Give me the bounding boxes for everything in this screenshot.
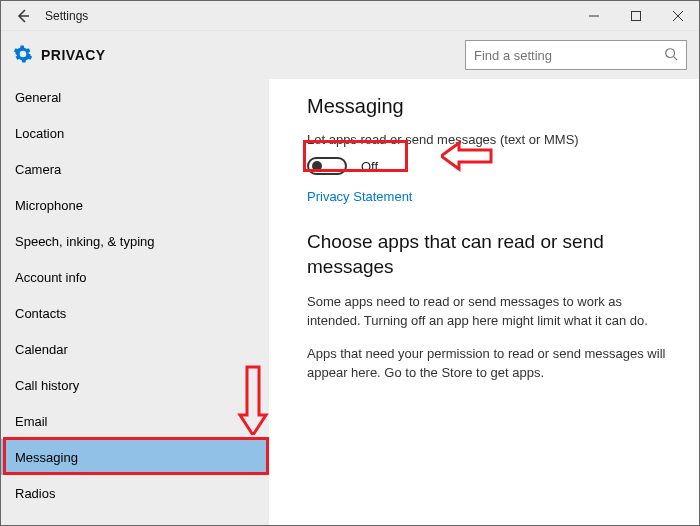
header: PRIVACY: [1, 31, 699, 79]
maximize-icon: [631, 11, 641, 21]
sidebar-item-radios[interactable]: Radios: [1, 475, 269, 511]
arrow-left-icon: [15, 8, 31, 24]
annotation-box-toggle: [303, 140, 408, 172]
sidebar-item-label: Account info: [15, 270, 87, 285]
sidebar-item-label: Speech, inking, & typing: [15, 234, 154, 249]
window-title: Settings: [45, 9, 88, 23]
sidebar-item-microphone[interactable]: Microphone: [1, 187, 269, 223]
sidebar-item-label: Contacts: [15, 306, 66, 321]
content-subheading: Choose apps that can read or send messag…: [307, 230, 671, 279]
close-button[interactable]: [657, 1, 699, 31]
content-heading: Messaging: [307, 95, 671, 118]
sidebar-item-call-history[interactable]: Call history: [1, 367, 269, 403]
sidebar-item-label: Calendar: [15, 342, 68, 357]
minimize-button[interactable]: [573, 1, 615, 31]
search-input[interactable]: [474, 48, 654, 63]
titlebar-left: Settings: [1, 4, 88, 28]
search-icon: [664, 47, 678, 64]
window-controls: [573, 1, 699, 31]
sidebar-item-location[interactable]: Location: [1, 115, 269, 151]
maximize-button[interactable]: [615, 1, 657, 31]
sidebar-item-label: General: [15, 90, 61, 105]
privacy-statement-link[interactable]: Privacy Statement: [307, 189, 413, 204]
annotation-box-messaging: [3, 437, 269, 475]
sidebar-item-label: Microphone: [15, 198, 83, 213]
content-paragraph-2: Apps that need your permission to read o…: [307, 345, 671, 383]
minimize-icon: [589, 11, 599, 21]
page-title: PRIVACY: [41, 47, 106, 63]
close-icon: [673, 11, 683, 21]
titlebar: Settings: [1, 1, 699, 31]
sidebar-item-label: Camera: [15, 162, 61, 177]
sidebar-item-account-info[interactable]: Account info: [1, 259, 269, 295]
back-button[interactable]: [11, 4, 35, 28]
content-paragraph-1: Some apps need to read or send messages …: [307, 293, 671, 331]
sidebar-item-label: Call history: [15, 378, 79, 393]
gear-icon: [13, 44, 33, 67]
search-box[interactable]: [465, 40, 687, 70]
sidebar-item-label: Email: [15, 414, 48, 429]
svg-point-4: [666, 48, 675, 57]
sidebar-item-email[interactable]: Email: [1, 403, 269, 439]
svg-rect-1: [632, 11, 641, 20]
sidebar-item-camera[interactable]: Camera: [1, 151, 269, 187]
sidebar-item-general[interactable]: General: [1, 79, 269, 115]
sidebar-item-label: Location: [15, 126, 64, 141]
svg-line-5: [674, 56, 678, 60]
header-left: PRIVACY: [13, 44, 106, 67]
sidebar-item-calendar[interactable]: Calendar: [1, 331, 269, 367]
sidebar-item-label: Radios: [15, 486, 55, 501]
sidebar-item-contacts[interactable]: Contacts: [1, 295, 269, 331]
sidebar-item-speech-inking-typing[interactable]: Speech, inking, & typing: [1, 223, 269, 259]
